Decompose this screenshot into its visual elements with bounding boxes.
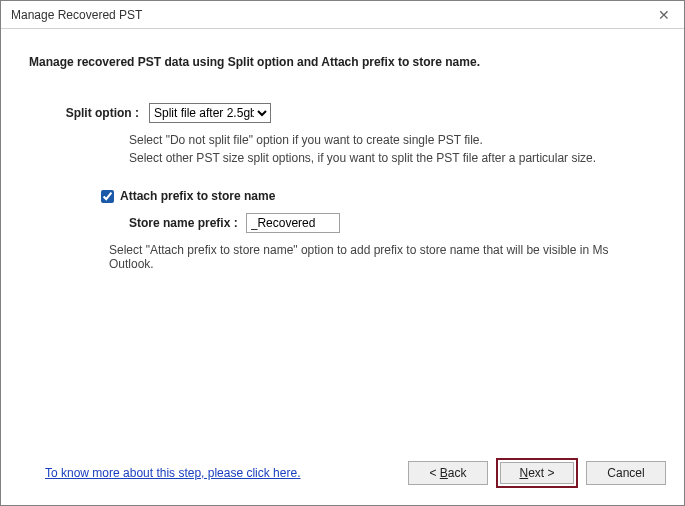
titlebar: Manage Recovered PST ✕ xyxy=(1,1,684,29)
button-bar: < Back Next > Cancel xyxy=(408,458,666,488)
split-option-hint: Select "Do not split file" option if you… xyxy=(129,131,656,167)
store-name-prefix-label: Store name prefix : xyxy=(129,216,246,230)
close-icon: ✕ xyxy=(658,7,670,23)
dialog-footer: To know more about this step, please cli… xyxy=(1,453,684,505)
dialog-window: Manage Recovered PST ✕ Manage recovered … xyxy=(0,0,685,506)
attach-prefix-checkbox[interactable] xyxy=(101,190,114,203)
split-option-select[interactable]: Split file after 2.5gb xyxy=(149,103,271,123)
split-hint-line1: Select "Do not split file" option if you… xyxy=(129,131,656,149)
store-name-prefix-input[interactable] xyxy=(246,213,340,233)
split-option-row: Split option : Split file after 2.5gb xyxy=(29,103,656,123)
window-title: Manage Recovered PST xyxy=(11,8,142,22)
next-button[interactable]: Next > xyxy=(500,462,574,484)
store-name-prefix-row: Store name prefix : xyxy=(129,213,656,233)
split-option-label: Split option : xyxy=(29,106,149,120)
help-link[interactable]: To know more about this step, please cli… xyxy=(45,466,300,480)
split-hint-line2: Select other PST size split options, if … xyxy=(129,149,656,167)
attach-prefix-row: Attach prefix to store name xyxy=(101,189,656,203)
next-button-highlight: Next > xyxy=(496,458,578,488)
cancel-button[interactable]: Cancel xyxy=(586,461,666,485)
close-button[interactable]: ✕ xyxy=(644,1,684,29)
attach-prefix-label[interactable]: Attach prefix to store name xyxy=(120,189,275,203)
attach-prefix-hint: Select "Attach prefix to store name" opt… xyxy=(109,243,656,271)
dialog-content: Manage recovered PST data using Split op… xyxy=(1,29,684,453)
back-button[interactable]: < Back xyxy=(408,461,488,485)
page-heading: Manage recovered PST data using Split op… xyxy=(29,55,656,69)
